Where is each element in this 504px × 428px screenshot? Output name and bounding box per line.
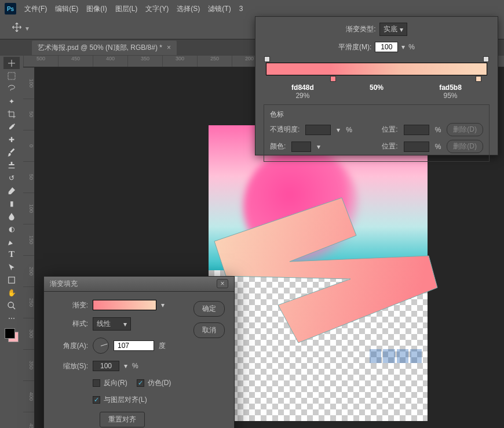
- shape-layer[interactable]: [209, 195, 440, 346]
- path-select-tool[interactable]: [3, 261, 20, 273]
- menu-type[interactable]: 文字(Y): [145, 4, 169, 14]
- document-tab[interactable]: 艺术海报.psd @ 50% (N顶部, RGB/8#) * ×: [32, 41, 177, 55]
- ruler-vertical: 1005005010015020025030035040045050055060…: [23, 67, 35, 428]
- chevron-down-icon[interactable]: ▾: [161, 301, 165, 309]
- grad-type-select[interactable]: 实底▾: [379, 23, 407, 36]
- gradient-fill-dialog: 渐变填充 × 渐变: ▾ 样式: 线性▾ 角度(A): 度: [43, 276, 235, 428]
- stops-fieldset: 色标 不透明度: ▾ % 位置: % 删除(D) 颜色: ▾ 位置: % 删除(…: [264, 104, 490, 162]
- scale-input[interactable]: [93, 361, 119, 371]
- position-label: 位置:: [382, 125, 397, 135]
- menu-edit[interactable]: 编辑(E): [55, 4, 78, 14]
- tab-label: 艺术海报.psd @ 50% (N顶部, RGB/8#) *: [38, 43, 162, 53]
- chevron-down-icon[interactable]: ▾: [25, 24, 29, 32]
- crop-tool[interactable]: [3, 108, 20, 120]
- color-stop-right[interactable]: [476, 76, 481, 82]
- magic-wand-tool[interactable]: ✦: [3, 95, 20, 107]
- angle-dial[interactable]: [93, 338, 109, 354]
- healing-tool[interactable]: ✚: [3, 133, 20, 146]
- opacity-stop-left[interactable]: [264, 56, 270, 62]
- opacity-input: [305, 125, 331, 135]
- menu-select[interactable]: 选择(S): [177, 4, 200, 14]
- brush-tool[interactable]: [3, 146, 20, 158]
- color-swatch-input: [291, 142, 311, 152]
- menu-bar: Ps 文件(F) 编辑(E) 图像(I) 图层(L) 文字(Y) 选择(S) 滤…: [0, 0, 504, 17]
- chevron-down-icon[interactable]: ▾: [124, 362, 127, 370]
- delete-stop-button: 删除(D): [447, 123, 483, 136]
- menu-file[interactable]: 文件(F): [24, 4, 47, 14]
- watermark: [370, 349, 422, 363]
- gradient-preview[interactable]: [93, 300, 156, 310]
- svg-rect-1: [9, 277, 15, 283]
- cancel-button[interactable]: 取消: [193, 322, 225, 338]
- svg-point-2: [8, 302, 13, 307]
- color-label: 颜色:: [270, 142, 286, 151]
- delete-stop-button-2: 删除(D): [447, 140, 483, 153]
- eyedropper-tool[interactable]: [3, 121, 20, 133]
- menu-layer[interactable]: 图层(L): [115, 4, 138, 14]
- chevron-down-icon: ▾: [317, 143, 320, 151]
- stamp-tool[interactable]: [3, 159, 20, 171]
- tools-panel: ✦ ✚ ↺ ▮ ◐ T ✋ ⋯: [0, 56, 23, 343]
- type-tool[interactable]: T: [3, 248, 20, 260]
- opacity-label: 不透明度:: [270, 125, 300, 135]
- stops-title: 色标: [270, 110, 483, 119]
- move-tool[interactable]: [3, 57, 20, 69]
- style-select[interactable]: 线性▾: [93, 317, 131, 331]
- gradient-bar[interactable]: [266, 63, 487, 75]
- svg-rect-0: [8, 72, 15, 79]
- lasso-tool[interactable]: [3, 82, 20, 95]
- gradient-editor-panel: 渐变类型: 实底▾ 平滑度(M): ▾ % fd848d29% 50% fad5…: [255, 16, 498, 155]
- scale-label: 缩放(S):: [53, 361, 88, 371]
- menu-extra: 3: [239, 5, 243, 13]
- zoom-tool[interactable]: [3, 299, 20, 311]
- chevron-down-icon: ▾: [337, 126, 340, 134]
- hand-tool[interactable]: ✋: [3, 286, 20, 299]
- dodge-tool[interactable]: ◐: [3, 223, 20, 235]
- reverse-checkbox[interactable]: 反向(R): [93, 378, 127, 388]
- dialog-title: 渐变填充: [50, 279, 78, 289]
- ok-button[interactable]: 确定: [193, 301, 225, 317]
- opacity-stop-right[interactable]: [483, 56, 489, 62]
- gradient-tool[interactable]: ▮: [3, 197, 20, 209]
- chevron-down-icon[interactable]: ▾: [401, 43, 405, 51]
- position-label: 位置:: [382, 142, 397, 151]
- tab-close-icon[interactable]: ×: [167, 43, 171, 52]
- color-swatch[interactable]: [5, 328, 19, 342]
- document: [209, 125, 428, 421]
- percent-label: %: [408, 43, 415, 51]
- menu-filter[interactable]: 滤镜(T): [208, 4, 231, 14]
- position-input-2: [404, 142, 429, 152]
- smoothness-label: 平滑度(M):: [338, 42, 371, 52]
- marquee-tool[interactable]: [3, 70, 20, 82]
- menu-image[interactable]: 图像(I): [86, 4, 107, 14]
- position-input: [404, 125, 429, 135]
- blur-tool[interactable]: [3, 210, 20, 222]
- angle-label: 角度(A):: [53, 341, 88, 351]
- ps-logo-icon: Ps: [5, 3, 16, 14]
- grad-type-label: 渐变类型:: [346, 24, 375, 34]
- close-icon[interactable]: ×: [217, 279, 228, 288]
- angle-input[interactable]: [114, 340, 154, 351]
- stop-readout: fd848d29% 50% fad5b895%: [264, 84, 490, 100]
- edit-toolbar[interactable]: ⋯: [3, 312, 20, 324]
- history-brush-tool[interactable]: ↺: [3, 172, 20, 184]
- shape-tool[interactable]: [3, 274, 20, 286]
- dialog-titlebar[interactable]: 渐变填充 ×: [44, 277, 234, 292]
- pen-tool[interactable]: [3, 235, 20, 248]
- angle-unit: 度: [159, 341, 166, 351]
- color-stop-left[interactable]: [330, 76, 336, 82]
- eraser-tool[interactable]: [3, 184, 20, 197]
- gradient-label: 渐变:: [53, 300, 88, 310]
- dither-checkbox[interactable]: 仿色(D): [137, 378, 171, 388]
- style-label: 样式:: [53, 319, 88, 329]
- move-tool-icon[interactable]: [12, 22, 22, 34]
- align-checkbox[interactable]: 与图层对齐(L): [93, 395, 147, 405]
- smoothness-input[interactable]: [375, 42, 398, 52]
- reset-align-button[interactable]: 重置对齐: [100, 412, 145, 427]
- scale-unit: %: [132, 362, 138, 370]
